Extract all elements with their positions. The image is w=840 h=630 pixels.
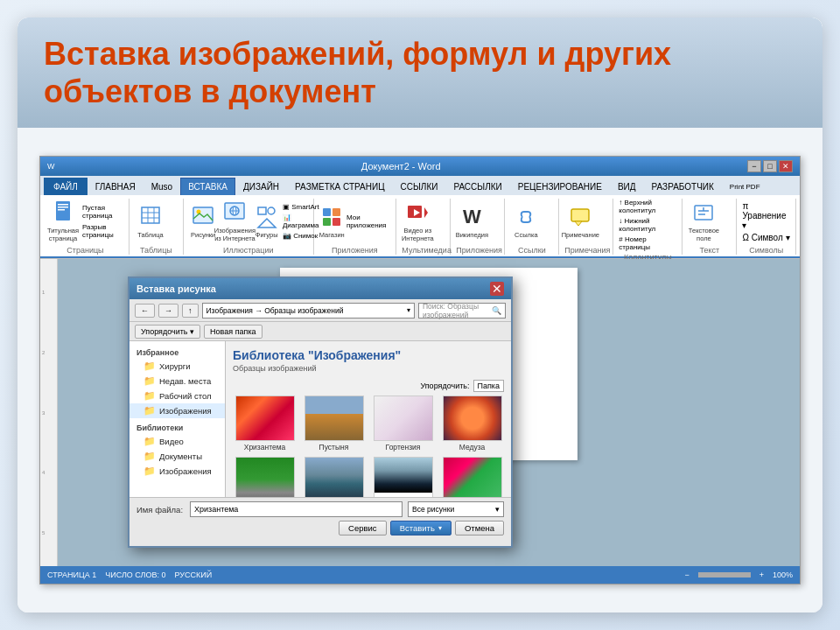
- recent-label: Недав. места: [159, 376, 211, 386]
- tab-dev[interactable]: РАЗРАБОТЧИК: [644, 178, 722, 195]
- path-bar[interactable]: Изображения → Образцы изображений ▾: [202, 303, 416, 318]
- svg-rect-4: [142, 207, 159, 223]
- shapes-button[interactable]: Фигуры: [252, 200, 281, 242]
- ribbon-group-apps: Магазин Мои приложения Приложения: [316, 199, 397, 255]
- arrange-label: Упорядочить:: [420, 382, 469, 390]
- wikipedia-button[interactable]: W Википедия: [456, 200, 487, 242]
- search-box[interactable]: Поиск: Образцы изображений 🔍: [418, 303, 506, 318]
- image-cell-chrysanthemum[interactable]: Хризантема: [233, 396, 297, 452]
- ribbon-group-pages: Титульная страница Пустая страница Разры…: [44, 199, 130, 255]
- favorites-section: Избранное 📁 Хирурги 📁 Недав. места: [130, 346, 225, 418]
- header-button[interactable]: ↑ Верхний колонтитул: [619, 199, 676, 214]
- image-cell-hydrangeas[interactable]: Гортензия: [371, 396, 435, 452]
- maximize-button[interactable]: □: [763, 160, 777, 172]
- thumb-koala: [235, 457, 295, 497]
- ribbon-group-notes: Примечание Примечания: [561, 199, 613, 255]
- desktop-label: Рабочий стол: [159, 391, 212, 401]
- image-cell-koala[interactable]: Коала: [233, 457, 297, 497]
- sidebar-item-surgeons[interactable]: 📁 Хирурги: [130, 359, 225, 374]
- minimize-button[interactable]: −: [747, 160, 761, 172]
- tab-view[interactable]: ВИД: [610, 178, 644, 195]
- images-label: Изображения: [159, 406, 212, 416]
- tab-file[interactable]: ФАЙЛ: [44, 178, 88, 195]
- thumb-hydrangeas: [374, 396, 433, 441]
- back-button[interactable]: ←: [135, 304, 155, 318]
- online-video-button[interactable]: Видео из Интернета: [402, 200, 433, 242]
- image-cell-jellyfish[interactable]: Медуза: [440, 396, 504, 452]
- svg-marker-23: [424, 207, 428, 218]
- dialog-title-text: Вставка рисунка: [136, 284, 216, 294]
- sidebar-item-recent[interactable]: 📁 Недав. места: [130, 374, 225, 388]
- folder-icon: 📁: [144, 375, 156, 387]
- link-button[interactable]: Ссылка: [510, 200, 542, 242]
- image-cell-desert[interactable]: Пустыня: [302, 396, 366, 452]
- ruler-left: 1 2 3 4 5: [40, 259, 58, 566]
- titlebar-controls: − □ ✕: [747, 160, 793, 172]
- blank-page-button[interactable]: Пустая страница: [80, 203, 123, 220]
- status-language: РУССКИЙ: [174, 570, 212, 579]
- library-title: Библиотека "Изображения": [233, 348, 504, 362]
- organize-button[interactable]: Упорядочить ▾: [135, 325, 200, 339]
- equation-button[interactable]: π Уравнение ▾: [742, 201, 790, 230]
- image-cell-lighthouse[interactable]: Маяк: [302, 457, 366, 497]
- service-button[interactable]: Сервис: [339, 521, 387, 536]
- svg-rect-3: [58, 209, 65, 211]
- wiki-group-label: Приложения: [456, 244, 499, 255]
- svg-rect-2: [58, 206, 68, 208]
- svg-rect-20: [323, 218, 331, 226]
- cancel-button[interactable]: Отмена: [455, 521, 504, 536]
- dialog-footer: Имя файла: Все рисунки ▾ Сервис: [130, 497, 511, 546]
- sidebar-item-desktop[interactable]: 📁 Рабочий стол: [130, 388, 225, 403]
- pictures-button[interactable]: Рисунки: [189, 200, 218, 242]
- status-zoom-in[interactable]: +: [760, 570, 764, 579]
- status-zoom-out[interactable]: −: [684, 570, 689, 579]
- sidebar-item-video[interactable]: 📁 Видео: [130, 434, 225, 449]
- favorites-header: Избранное: [130, 346, 225, 359]
- libraries-section: Библиотеки 📁 Видео 📁 Документы: [130, 422, 225, 479]
- ribbon: ФАЙЛ ГЛАВНАЯ Muso ВСТАВКА ДИЗАЙН РАЗМЕТК…: [40, 176, 800, 259]
- dialog-toolbar: ← → ↑ Изображения → Образцы изображений …: [130, 299, 511, 322]
- slide-container: Вставка изображений, формул и других объ…: [18, 18, 822, 612]
- tab-layout[interactable]: РАЗМЕТКА СТРАНИЦ: [287, 178, 392, 195]
- tab-refs[interactable]: ССЫЛКИ: [393, 178, 446, 195]
- status-page: СТРАНИЦА 1: [47, 570, 96, 579]
- new-folder-button[interactable]: Новая папка: [204, 325, 262, 339]
- tab-pdf[interactable]: Print PDF: [722, 178, 768, 195]
- close-button[interactable]: ✕: [779, 160, 793, 172]
- sidebar-item-lib-images[interactable]: 📁 Изображения: [130, 464, 225, 479]
- slide-title-area: Вставка изображений, формул и других объ…: [18, 18, 822, 128]
- page-number-button[interactable]: # Номер страницы: [619, 235, 676, 251]
- up-button[interactable]: ↑: [182, 304, 199, 318]
- sidebar-item-docs[interactable]: 📁 Документы: [130, 449, 225, 464]
- textbox-button[interactable]: Текстовое поле: [688, 200, 719, 242]
- my-apps-button[interactable]: Мои приложения: [346, 214, 392, 229]
- page-break-button[interactable]: Разрыв страницы: [80, 222, 123, 240]
- symbol-button[interactable]: Ω Символ ▾: [742, 233, 790, 242]
- tab-home[interactable]: ГЛАВНАЯ: [88, 178, 144, 195]
- store-button[interactable]: Магазин: [319, 200, 346, 242]
- table-button[interactable]: Таблица: [135, 200, 166, 242]
- svg-rect-25: [571, 209, 589, 221]
- comment-button[interactable]: Примечание: [564, 200, 596, 242]
- image-cell-tulips[interactable]: Пиончики: [440, 457, 504, 497]
- caption-jellyfish: Медуза: [459, 443, 486, 452]
- sidebar-item-images[interactable]: 📁 Изображения: [130, 403, 225, 418]
- apps-icons: Магазин Мои приложения: [319, 199, 392, 244]
- tab-review[interactable]: РЕЦЕНЗИРОВАНИЕ: [510, 178, 610, 195]
- tab-muso[interactable]: Muso: [144, 178, 180, 195]
- filename-input[interactable]: [190, 501, 402, 517]
- media-group-label: Мультимедиа: [402, 244, 444, 255]
- image-cell-penguins[interactable]: Пингвины 2: [371, 457, 435, 497]
- dialog-close-button[interactable]: ✕: [490, 282, 504, 296]
- filetype-dropdown[interactable]: Все рисунки ▾: [408, 501, 504, 517]
- insert-button[interactable]: Вставить ▾: [390, 521, 452, 536]
- online-pictures-button[interactable]: Изображения из Интернета: [219, 200, 250, 242]
- tab-insert[interactable]: ВСТАВКА: [180, 178, 235, 195]
- tab-design[interactable]: ДИЗАЙН: [235, 178, 287, 195]
- cover-page-button[interactable]: Титульная страница: [47, 200, 79, 242]
- footer-button[interactable]: ↓ Нижний колонтитул: [619, 217, 676, 233]
- svg-marker-26: [575, 221, 582, 226]
- tab-mailings[interactable]: РАССЫЛКИ: [445, 178, 509, 195]
- illustrations-icons: Рисунки: [189, 199, 326, 244]
- forward-button[interactable]: →: [158, 304, 178, 318]
